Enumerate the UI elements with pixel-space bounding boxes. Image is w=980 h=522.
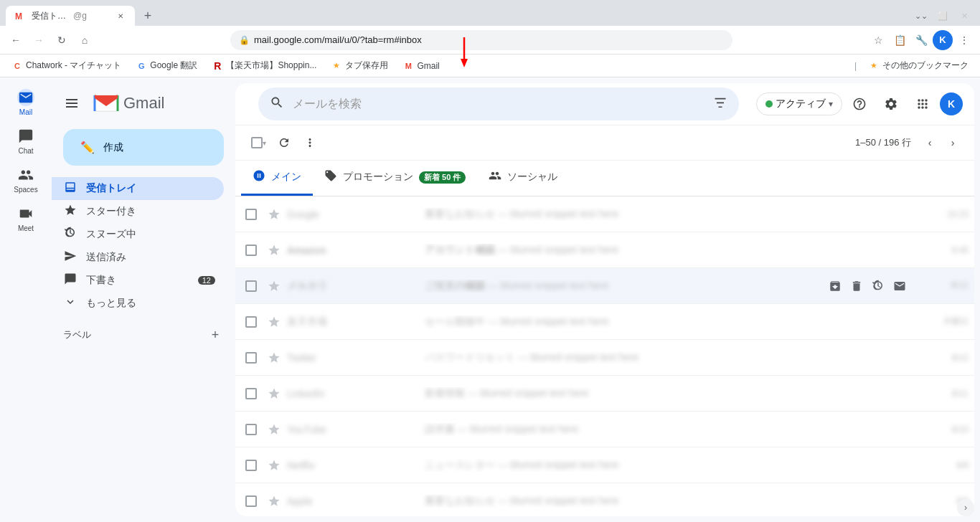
mail-icon	[17, 89, 34, 106]
row-star-6[interactable]	[264, 423, 284, 436]
email-content-7: ニュースレター — blurred snippet text here	[419, 459, 908, 472]
tab-at: @g	[73, 11, 109, 21]
menu-btn[interactable]: ⋮	[954, 30, 974, 50]
row-star-1[interactable]	[264, 244, 284, 257]
sidebar-item-sent[interactable]: 送信済み	[52, 246, 224, 269]
row-checkbox-1[interactable]	[241, 245, 261, 256]
nav-mail[interactable]: Mail	[0, 83, 52, 122]
nav-spaces[interactable]: Spaces	[0, 161, 52, 199]
sender-name-7: Netflix	[287, 460, 416, 471]
gmail-logo: Gmail	[92, 92, 164, 114]
next-page-btn[interactable]: ›	[943, 133, 963, 153]
other-bookmarks-btn[interactable]: ★ その他のブックマーク	[862, 58, 974, 73]
forward-btn[interactable]: →	[29, 30, 49, 50]
inbox-icon	[63, 181, 77, 197]
refresh-btn[interactable]	[273, 131, 296, 154]
add-label-btn[interactable]: +	[207, 326, 224, 343]
address-input[interactable]: 🔒 mail.google.com/mail/u/0/?tab=rm#inbox	[230, 30, 732, 50]
email-row[interactable]: Apple 重要なお知らせ — blurred snippet text her…	[235, 483, 974, 516]
row-checkbox-5[interactable]	[241, 388, 261, 399]
bookmark-tab-save[interactable]: ★ タブ保存用	[325, 58, 394, 73]
search-bar[interactable]: メールを検索	[258, 87, 739, 120]
email-row[interactable]: YouTube 請求書 — blurred snippet text here …	[235, 412, 974, 447]
email-row[interactable]: 楽天市場 セール開催中 — blurred snippet text here …	[235, 304, 974, 340]
email-row[interactable]: Google 重要なお知らせ — blurred snippet text he…	[235, 196, 974, 232]
bookmark-tab-save-label: タブ保存用	[345, 60, 388, 72]
bookmark-translate[interactable]: G Google 翻訳	[130, 58, 203, 73]
sidebar-item-starred[interactable]: スター付き	[52, 200, 224, 223]
bookmark-rakuten[interactable]: R 【楽天市場】Shoppin...	[206, 58, 322, 73]
snooze-action-btn[interactable]	[868, 276, 888, 296]
delete-action-btn[interactable]	[847, 276, 867, 296]
sidebar-item-drafts[interactable]: 下書き 12	[52, 269, 224, 292]
nav-chat[interactable]: Chat	[0, 122, 52, 161]
nav-spaces-label: Spaces	[14, 186, 37, 194]
bookmark-gmail[interactable]: M Gmail	[397, 59, 445, 73]
maximize-btn[interactable]: ⬜	[933, 9, 953, 23]
email-row[interactable]: LinkedIn 新着情報 — blurred snippet text her…	[235, 376, 974, 412]
extensions-btn[interactable]: 🔧	[911, 30, 931, 50]
row-star-7[interactable]	[264, 459, 284, 472]
settings-btn[interactable]	[877, 90, 905, 118]
tab-close-btn[interactable]: ✕	[115, 10, 126, 22]
hamburger-btn[interactable]	[57, 89, 86, 118]
active-tab[interactable]: M 受信トレイ - @g ✕	[6, 6, 135, 26]
email-row[interactable]: Twitter パスワードリセット — blurred snippet text…	[235, 340, 974, 376]
drafts-badge: 12	[198, 276, 215, 285]
back-btn[interactable]: ←	[6, 30, 26, 50]
more-label: もっと見る	[86, 297, 215, 310]
account-avatar-btn[interactable]: K	[940, 92, 963, 115]
profile-btn[interactable]: K	[933, 30, 953, 50]
row-star-4[interactable]	[264, 351, 284, 364]
active-status-btn[interactable]: アクティブ ▾	[756, 92, 842, 115]
select-all-checkbox[interactable]: ▾	[247, 131, 270, 154]
row-star-5[interactable]	[264, 387, 284, 400]
reload-btn[interactable]: ↻	[52, 30, 72, 50]
active-status-label: アクティブ	[776, 98, 826, 110]
email-row[interactable]: Amazon アカウント確認 — blurred snippet text he…	[235, 232, 974, 268]
row-star-3[interactable]	[264, 315, 284, 328]
row-checkbox-7[interactable]	[241, 460, 261, 471]
reading-list-btn[interactable]: 📋	[890, 30, 910, 50]
sidebar-item-inbox[interactable]: 受信トレイ	[52, 177, 224, 200]
bookmark-chatwork[interactable]: C Chatwork - マイチャット	[6, 58, 127, 73]
email-date-0: 10:23	[911, 209, 969, 219]
row-checkbox-6[interactable]	[241, 424, 261, 435]
bookmark-star-btn[interactable]: ☆	[868, 30, 888, 50]
search-input[interactable]: メールを検索	[293, 97, 705, 112]
row-checkbox-4[interactable]	[241, 352, 261, 364]
tab-promotions[interactable]: プロモーション 新着 50 件	[313, 161, 477, 196]
search-filter-icon[interactable]	[713, 95, 727, 113]
row-checkbox-8[interactable]	[241, 495, 261, 507]
email-row[interactable]: Netflix ニュースレター — blurred snippet text h…	[235, 447, 974, 483]
more-toolbar-btn[interactable]	[298, 131, 321, 154]
row-star-2[interactable]	[264, 280, 284, 293]
checkbox-box-8	[245, 495, 257, 507]
help-btn[interactable]	[845, 90, 874, 118]
home-btn[interactable]: ⌂	[75, 30, 95, 50]
mark-unread-action-btn[interactable]	[890, 276, 910, 296]
nav-mail-label: Mail	[19, 108, 32, 116]
archive-action-btn[interactable]	[825, 276, 845, 296]
row-checkbox-3[interactable]	[241, 316, 261, 328]
row-star-0[interactable]	[264, 208, 284, 221]
close-btn[interactable]: ✕	[954, 9, 974, 23]
tab-main[interactable]: メイン	[241, 161, 313, 196]
sidebar-item-more[interactable]: もっと見る	[52, 292, 224, 315]
minimize-btn[interactable]: ⌄⌄	[911, 9, 931, 23]
new-tab-btn[interactable]: +	[138, 6, 158, 26]
row-checkbox-2[interactable]	[241, 280, 261, 292]
prev-page-btn[interactable]: ‹	[920, 133, 940, 153]
row-checkbox-0[interactable]	[241, 209, 261, 220]
email-content-1: アカウント確認 — blurred snippet text here	[419, 244, 908, 257]
resize-handle[interactable]: ›	[957, 499, 974, 516]
sidebar-item-snoozed[interactable]: スヌーズ中	[52, 223, 224, 246]
nav-meet[interactable]: Meet	[0, 199, 52, 238]
tab-social[interactable]: ソーシャル	[477, 161, 569, 196]
apps-btn[interactable]	[908, 90, 937, 118]
tab-favicon: M	[14, 10, 26, 22]
compose-btn[interactable]: ✏️ 作成	[63, 129, 224, 166]
email-date-5: 8/11	[911, 389, 969, 399]
row-star-8[interactable]	[264, 495, 284, 508]
email-row[interactable]: メルカリ ご注文の確認 — blurred snippet text here …	[235, 268, 974, 304]
